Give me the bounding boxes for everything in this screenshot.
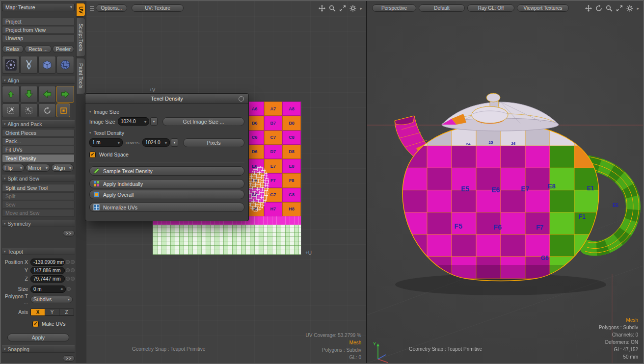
symmetry-expand-button[interactable]: >> — [63, 230, 75, 236]
channel-dot-icon[interactable] — [71, 260, 75, 264]
viewport-menu-icon[interactable] — [89, 5, 95, 12]
teapot-uv-label: E6 — [491, 186, 500, 194]
image-size-dropdown[interactable]: ▾ — [150, 117, 158, 126]
distance-field[interactable]: 1 m ◂▸ — [89, 138, 123, 147]
channel-dot-icon[interactable] — [66, 260, 70, 264]
stepper-icon: ◂▸ — [60, 287, 63, 291]
align-section-header[interactable]: ▾ Align — [2, 77, 75, 84]
texel-density-button[interactable]: Texel Density — [2, 154, 75, 162]
arrow-down-icon — [25, 90, 33, 99]
pixels-count-dropdown[interactable]: ▾ — [171, 138, 178, 147]
relax-tool-button[interactable] — [20, 56, 38, 74]
channel-dot-icon[interactable] — [71, 268, 75, 272]
teapot-uv-label: E6 — [613, 203, 619, 208]
apply-overall-button[interactable]: Apply Overall — [89, 190, 244, 199]
align-right-button[interactable] — [56, 86, 74, 103]
pan-icon[interactable] — [319, 5, 325, 12]
mirror-dropdown[interactable]: Mirror▾ — [26, 164, 50, 172]
unwrap-button[interactable]: Unwrap — [2, 34, 75, 42]
channel-dot-icon[interactable] — [71, 277, 75, 281]
fit-uvs-button[interactable]: Fit UVs — [2, 146, 75, 154]
rectangle-align-button[interactable] — [56, 104, 70, 117]
axis-y-button[interactable]: Y — [45, 309, 59, 315]
project-button[interactable]: Project — [2, 18, 75, 26]
channel-dot-icon[interactable] — [66, 277, 70, 281]
tab-sculpt-tools[interactable]: Sculpt Tools — [76, 18, 85, 57]
make-uvs-checkbox[interactable]: ✓ — [32, 321, 39, 327]
apply-individually-button[interactable]: Apply Individually — [89, 179, 244, 188]
world-space-checkbox[interactable]: ✓ — [89, 152, 96, 158]
size-field[interactable]: 0 m◂▸ — [30, 286, 66, 293]
zoom-icon[interactable] — [329, 5, 336, 12]
align-down-button[interactable] — [20, 86, 38, 103]
project-from-view-button[interactable]: Project from View — [2, 26, 75, 34]
align-dropdown[interactable]: Align▾ — [51, 164, 74, 172]
image-size-field[interactable]: 1024.0 ◂▸ — [118, 117, 149, 126]
pixels-count-field[interactable]: 1024.0 ◂▸ — [142, 138, 170, 147]
rotate-cw-button[interactable] — [20, 104, 38, 117]
teapot-uv-label: F5 — [455, 222, 463, 230]
teapot-uv-label: E1 — [587, 185, 594, 192]
teapot-uv-label: E7 — [521, 185, 529, 193]
snapping-section-header[interactable]: ▾ Snapping — [2, 345, 75, 353]
sphere-projection-button[interactable] — [56, 56, 74, 74]
rotate-ccw-button[interactable] — [2, 104, 20, 117]
position-y-field[interactable]: 147.886 mm — [30, 267, 65, 274]
image-size-label: Image Size — [89, 119, 118, 125]
orient-pieces-button[interactable]: Orient Pieces — [2, 129, 75, 137]
sample-texel-density-button[interactable]: Sample Texel Density — [89, 166, 244, 176]
cube-projection-button[interactable] — [38, 56, 56, 74]
position-x-field[interactable]: -139.0909 mm — [30, 259, 65, 266]
collapse-triangle-icon: ▾ — [89, 110, 91, 114]
align-pack-section-header[interactable]: ▾ Align and Pack — [2, 120, 75, 128]
channel-dot-icon[interactable] — [66, 268, 70, 272]
channel-dot-icon[interactable] — [67, 287, 71, 291]
relax-button[interactable]: Relax — [2, 45, 24, 53]
texel-density-section-header[interactable]: ▾ Texel Density — [89, 129, 244, 136]
tab-uv[interactable]: UV — [76, 3, 85, 17]
uv-projection-tool-button[interactable] — [2, 56, 20, 74]
units-dropdown[interactable]: Pixels — [183, 138, 244, 147]
tab-paint-tools[interactable]: Paint Tools — [76, 58, 85, 94]
snapping-expand-button[interactable]: >> — [63, 355, 75, 362]
split-button[interactable]: Split — [2, 192, 75, 200]
pin-icon[interactable] — [239, 96, 244, 102]
collapse-triangle-icon: ▾ — [4, 122, 6, 126]
texel-density-dialog: Texel Density ▾ Image Size Image Size 10… — [85, 93, 249, 221]
3d-viewport[interactable]: Perspective Default Ray GL: Off Viewport… — [367, 1, 643, 363]
flip-dropdown[interactable]: Flip▾ — [2, 164, 25, 172]
pack-button[interactable]: Pack... — [2, 137, 75, 145]
rectangle-button[interactable]: Recta ... — [25, 45, 52, 53]
polygon-type-dropdown[interactable]: Subdivs▾ — [30, 296, 73, 303]
options-button[interactable]: Options... — [96, 4, 127, 12]
axis-x-button[interactable]: X — [31, 309, 45, 315]
dialog-title-bar[interactable]: Texel Density — [85, 94, 248, 104]
collapse-triangle-icon: ▾ — [4, 177, 6, 181]
align-left-button[interactable] — [38, 86, 56, 103]
uv-packed-islands — [153, 225, 301, 255]
maximize-icon[interactable] — [339, 5, 346, 12]
more-icon[interactable]: ▸ — [360, 6, 362, 11]
split-sew-tool-button[interactable]: Split and Sew Tool — [2, 184, 75, 192]
sample-icon — [93, 168, 100, 174]
collapse-triangle-icon: ▾ — [89, 131, 91, 135]
uv-checker-cell: A7 — [264, 102, 283, 116]
position-z-label: Z — [2, 276, 30, 282]
gear-icon[interactable] — [349, 5, 356, 12]
uv-texture-mode-button[interactable]: UV: Texture — [132, 4, 184, 12]
teapot-section-header[interactable]: ▾ Teapot — [2, 248, 75, 255]
map-selector[interactable]: Map: Texture ▾ — [2, 3, 75, 11]
align-up-button[interactable] — [2, 86, 20, 103]
symmetry-section-header[interactable]: ▾ Symmetry — [2, 220, 75, 227]
axis-z-button[interactable]: Z — [59, 309, 74, 315]
sew-button[interactable]: Sew — [2, 201, 75, 208]
move-and-sew-button[interactable]: Move and Sew — [2, 209, 75, 217]
apply-button[interactable]: Apply — [7, 334, 69, 341]
get-image-size-button[interactable]: Get Image Size ... — [162, 117, 244, 126]
normalize-uvs-button[interactable]: Normalize UVs — [89, 203, 244, 212]
rotate-island-button[interactable] — [38, 104, 56, 117]
split-sew-section-header[interactable]: ▾ Split and Sew — [2, 175, 75, 182]
image-size-section-header[interactable]: ▾ Image Size — [89, 108, 244, 115]
position-z-field[interactable]: 79.7447 mm — [30, 275, 65, 283]
peeler-button[interactable]: Peeler — [53, 45, 74, 53]
